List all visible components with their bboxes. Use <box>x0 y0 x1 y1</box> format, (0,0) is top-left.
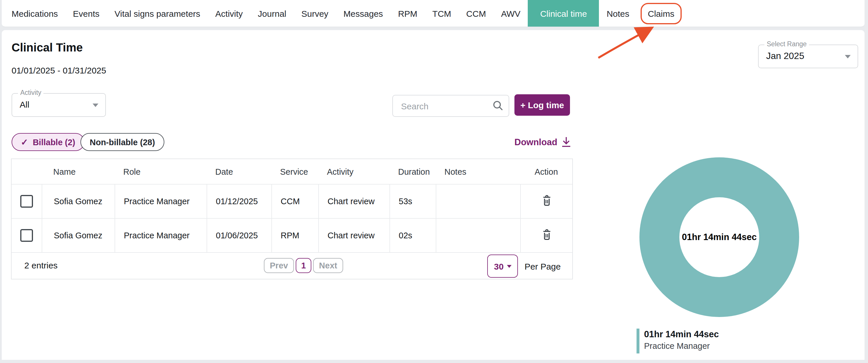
cell-duration: 02s <box>390 219 436 252</box>
search-field[interactable] <box>392 95 509 117</box>
tab-clinical-time-active[interactable]: Clinical time <box>528 0 599 27</box>
cell-date: 01/06/2025 <box>207 219 271 252</box>
pagination-controls: Prev 1 Next <box>264 258 343 273</box>
tab-ccm[interactable]: CCM <box>459 0 493 27</box>
header-role: Role <box>115 167 207 176</box>
header-name: Name <box>42 167 115 176</box>
per-page-dropdown[interactable]: 30 <box>488 255 518 278</box>
header-activity: Activity <box>318 167 390 176</box>
per-page-value: 30 <box>494 261 503 271</box>
trash-icon <box>541 194 552 206</box>
page-title: Clinical Time <box>11 41 83 54</box>
cell-service: CCM <box>271 185 318 218</box>
clinical-time-donut-chart: 01hr 14min 44sec <box>640 157 799 317</box>
chevron-down-icon <box>507 265 512 268</box>
tab-notes[interactable]: Notes <box>599 0 637 27</box>
per-page-label: Per Page <box>525 261 561 271</box>
cell-duration: 53s <box>390 185 436 218</box>
donut-center-label: 01hr 14min 44sec <box>640 157 799 317</box>
download-label: Download <box>515 137 557 147</box>
prev-page-button[interactable]: Prev <box>264 258 294 273</box>
tab-activity[interactable]: Activity <box>208 0 250 27</box>
red-highlight-ring: Claims <box>640 3 682 24</box>
tab-medications[interactable]: Medications <box>4 0 65 27</box>
per-page-control: 30 Per Page <box>488 255 561 278</box>
top-navigation-bar: Medications Events Vital signs parameter… <box>2 0 865 27</box>
tab-claims-label: Claims <box>648 8 675 18</box>
table-footer: 2 entries Prev 1 Next 30 Per Page <box>11 252 572 279</box>
header-service: Service <box>271 167 318 176</box>
cell-notes <box>436 185 520 218</box>
select-range-label: Select Range <box>765 40 809 47</box>
tab-survey[interactable]: Survey <box>294 0 336 27</box>
cell-role: Practice Manager <box>115 219 207 252</box>
clinical-time-table: Name Role Date Service Activity Duration… <box>11 159 573 279</box>
row-checkbox[interactable] <box>20 195 33 208</box>
tab-awv[interactable]: AWV <box>494 0 528 27</box>
delete-entry-button[interactable] <box>540 193 553 209</box>
cell-activity: Chart review <box>318 185 390 218</box>
tab-claims[interactable]: Claims <box>637 0 685 27</box>
cell-name: Sofia Gomez <box>42 219 115 252</box>
cell-name: Sofia Gomez <box>42 185 115 218</box>
tab-messages[interactable]: Messages <box>336 0 391 27</box>
download-link[interactable]: Download <box>515 136 571 147</box>
header-notes: Notes <box>436 167 520 176</box>
cell-service: RPM <box>271 219 318 252</box>
tab-journal[interactable]: Journal <box>250 0 294 27</box>
filter-chip-non-billable[interactable]: Non-billable (28) <box>81 133 164 151</box>
app-window: Medications Events Vital signs parameter… <box>0 0 868 363</box>
row-checkbox[interactable] <box>20 229 33 242</box>
next-page-button[interactable]: Next <box>313 258 343 273</box>
table-header-row: Name Role Date Service Activity Duration… <box>11 159 572 184</box>
trash-icon <box>541 229 552 241</box>
tab-tcm[interactable]: TCM <box>425 0 459 27</box>
date-range-text: 01/01/2025 - 01/31/2025 <box>11 65 106 75</box>
log-time-button[interactable]: + Log time <box>515 94 570 116</box>
chevron-down-icon <box>845 55 850 58</box>
nav-tabs: Medications Events Vital signs parameter… <box>2 0 685 27</box>
search-icon <box>492 100 503 111</box>
activity-filter-value: All <box>12 94 105 116</box>
tab-vital-signs-parameters[interactable]: Vital signs parameters <box>107 0 208 27</box>
select-range-dropdown[interactable]: Select Range Jan 2025 <box>758 44 858 68</box>
entries-count: 2 entries <box>24 260 58 270</box>
tab-rpm[interactable]: RPM <box>391 0 425 27</box>
filter-chip-billable[interactable]: ✓ Billable (2) <box>11 133 85 151</box>
activity-filter-dropdown[interactable]: Activity All <box>11 93 106 117</box>
legend-name: Practice Manager <box>644 340 719 352</box>
download-icon <box>561 136 571 147</box>
cell-date: 01/12/2025 <box>207 185 271 218</box>
cell-role: Practice Manager <box>115 185 207 218</box>
tab-events[interactable]: Events <box>65 0 107 27</box>
current-page-button[interactable]: 1 <box>296 258 311 273</box>
select-range-value: Jan 2025 <box>758 45 858 67</box>
table-row: Sofia Gomez Practice Manager 01/12/2025 … <box>11 184 572 218</box>
billable-chip-label: Billable (2) <box>33 137 75 146</box>
legend-color-bar <box>637 329 640 354</box>
table-row: Sofia Gomez Practice Manager 01/06/2025 … <box>11 218 572 252</box>
delete-entry-button[interactable] <box>540 227 553 243</box>
legend-value: 01hr 14min 44sec <box>644 329 719 340</box>
non-billable-chip-label: Non-billable (28) <box>90 137 155 146</box>
chevron-down-icon <box>93 103 98 107</box>
chart-legend-item: 01hr 14min 44sec Practice Manager <box>637 329 719 354</box>
activity-filter-label: Activity <box>18 89 44 96</box>
cell-notes <box>436 219 520 252</box>
search-input[interactable] <box>400 96 495 116</box>
clinical-time-panel: Clinical Time 01/01/2025 - 01/31/2025 Se… <box>2 30 865 360</box>
header-date: Date <box>207 167 271 176</box>
header-duration: Duration <box>390 167 436 176</box>
checkmark-icon: ✓ <box>21 137 28 147</box>
cell-activity: Chart review <box>318 219 390 252</box>
header-action: Action <box>520 167 572 176</box>
